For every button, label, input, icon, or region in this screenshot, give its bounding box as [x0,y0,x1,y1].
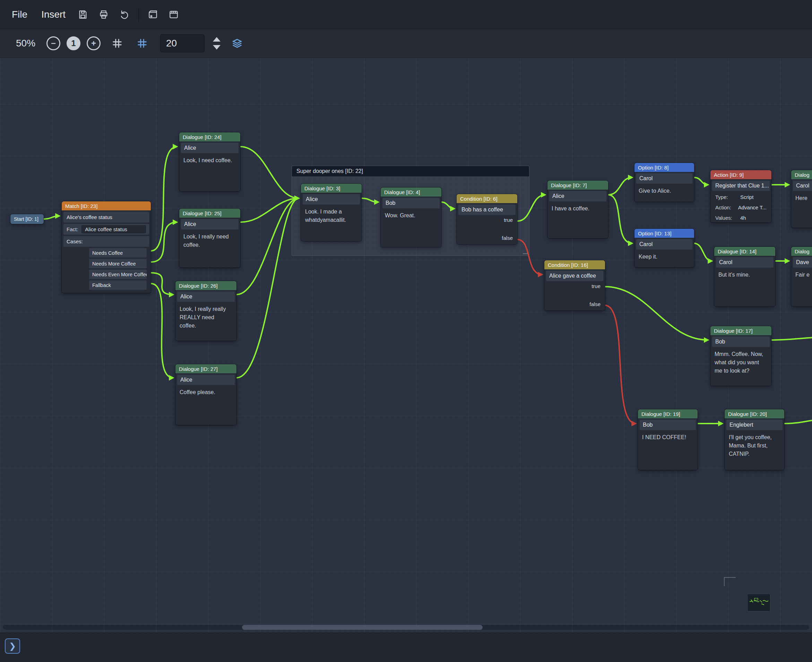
zoom-reset-button[interactable]: 1 [67,36,80,50]
true-output-port[interactable]: true [457,215,517,225]
case-row[interactable]: Needs More Coffee [89,259,147,268]
snap-toggle-button[interactable] [134,35,151,51]
node-header[interactable]: Option [ID: 8] [635,163,694,172]
toolbar-divider [138,7,139,22]
case-row[interactable]: Needs Even More Coffee [89,270,147,279]
node-header[interactable]: Dialogue [ID: 25] [179,209,240,218]
group-title[interactable]: Super dooper ones [ID: 22] [292,166,529,177]
node-match-23[interactable]: Match [ID: 23] Alice's coffee status Fac… [62,201,151,293]
connection-wire [772,337,812,340]
node-header[interactable]: Dialogue [ID: 3] [301,184,362,193]
case-row[interactable]: Fallback [89,280,147,290]
grid-size-input[interactable]: 20 [160,34,204,52]
fact-value[interactable]: Alice coffee status [82,225,146,233]
node-header[interactable]: Dialogue [ID: 4] [381,188,441,196]
node-header[interactable]: Dialogue [ID: 17] [711,326,772,335]
action-label: Action: [715,204,738,210]
match-value: Alice's coffee status [63,212,149,223]
condition-expression: Alice gave a coffee [546,271,603,281]
add-frame-node-button[interactable] [166,6,182,23]
case-row[interactable]: Needs Coffee [89,248,147,257]
node-dialogue-3[interactable]: Dialogue [ID: 3] Alice Look. I made a wh… [301,184,362,241]
connection-wire [608,195,632,243]
node-option-8[interactable]: Option [ID: 8] Carol Give to Alice. [635,163,694,202]
connection-wire [784,419,812,424]
spinner-up-icon[interactable] [213,37,220,42]
values-label: Values: [715,215,740,221]
cases-label: Cases: [63,236,149,247]
node-header[interactable]: Dialogue [ID: 20] [725,409,784,418]
node-header[interactable]: Dialogue [ID: 14] [714,247,775,256]
node-header[interactable]: Condition [ID: 6] [457,194,517,203]
dialogue-text: Look. I made a whatdyamacallit. [301,204,362,227]
dialogue-text: Coffee please. [175,385,236,400]
node-header[interactable]: Option [ID: 13] [635,229,694,238]
node-option-13[interactable]: Option [ID: 13] Carol Keep it. [635,229,694,267]
zoom-level-label: 50% [16,38,35,49]
node-dialogue-27[interactable]: Dialogue [ID: 27] Alice Coffee please. [175,364,236,425]
horizontal-scrollbar-thumb[interactable] [242,625,482,630]
node-action-9[interactable]: Action [ID: 9] Register that Clue 1... T… [711,170,772,223]
graph-canvas[interactable]: Super dooper ones [ID: 22] [0,0,812,633]
false-output-port[interactable]: false [457,233,517,243]
add-dialogue-node-button[interactable] [145,6,161,23]
zoom-in-button[interactable]: + [87,36,101,50]
horizontal-scrollbar[interactable] [3,625,809,630]
node-header[interactable]: Dialog [791,247,812,256]
node-header[interactable]: Action [ID: 9] [711,170,772,179]
print-button[interactable] [95,6,112,23]
node-header[interactable]: Dialogue [ID: 26] [175,281,236,290]
minus-icon: − [51,39,56,48]
grid-toggle-icon [111,37,123,49]
zoom-out-button[interactable]: − [47,36,60,50]
node-dialogue-clipped-top[interactable]: Dialog Carol Here [791,170,812,228]
node-dialogue-19[interactable]: Dialogue [ID: 19] Bob I NEED COFFEE! [638,409,698,470]
node-header[interactable]: Dialogue [ID: 7] [547,181,608,190]
node-condition-16[interactable]: Condition [ID: 16] Alice gave a coffee t… [544,260,605,310]
dialogue-text: Look, I really need coffee. [179,230,240,252]
menu-insert[interactable]: Insert [34,4,72,25]
node-header[interactable]: Dialog [791,170,812,179]
minimap-toggle-button[interactable] [229,35,246,51]
save-icon [77,9,88,20]
node-header[interactable]: Start [ID: 1] [10,214,44,224]
node-header[interactable]: Dialogue [ID: 24] [179,132,240,141]
node-dialogue-20[interactable]: Dialogue [ID: 20] Englebert I'll get you… [725,409,784,470]
node-dialogue-25[interactable]: Dialogue [ID: 25] Alice Look, I really n… [179,209,240,268]
node-dialogue-17[interactable]: Dialogue [ID: 17] Bob Mmm. Coffee. Now, … [711,326,772,386]
dialogue-text: I have a coffee. [547,201,608,216]
spinner-down-icon[interactable] [213,45,220,50]
connection-wire [44,216,59,219]
node-start-1[interactable]: Start [ID: 1] [10,214,44,224]
toggle-panel-button[interactable]: ❯ [5,638,20,654]
node-dialogue-clipped-middle[interactable]: Dialog Dave Fair e [791,247,812,306]
node-dialogue-26[interactable]: Dialogue [ID: 26] Alice Look, I really r… [175,281,236,341]
connection-wire [151,222,177,262]
action-name: Register that Clue 1... [712,181,770,191]
minimap[interactable] [747,594,770,611]
character-row: Bob [712,337,770,347]
connection-wire [605,287,708,340]
menu-bar: File Insert [0,0,812,29]
node-dialogue-7[interactable]: Dialogue [ID: 7] Alice I have a coffee. [547,181,608,238]
grid-toggle-button[interactable] [109,35,125,51]
node-dialogue-4[interactable]: Dialogue [ID: 4] Bob Wow. Great. [381,188,441,247]
node-dialogue-14[interactable]: Dialogue [ID: 14] Carol But it's mine. [714,247,775,306]
node-header[interactable]: Dialogue [ID: 27] [175,364,236,373]
connection-wire [236,198,299,295]
dialogue-text: Look, I need coffee. [179,153,240,168]
node-header[interactable]: Match [ID: 23] [62,201,151,210]
spacer [544,291,605,299]
undo-button[interactable] [116,6,133,23]
menu-file[interactable]: File [5,4,34,25]
true-output-port[interactable]: true [544,281,605,291]
match-fact-row: Fact: Alice coffee status [63,224,149,235]
node-header[interactable]: Condition [ID: 16] [544,260,605,269]
node-header[interactable]: Dialogue [ID: 19] [638,409,698,418]
character-row: Alice [177,291,235,302]
save-button[interactable] [74,6,91,23]
false-output-port[interactable]: false [544,299,605,309]
node-condition-6[interactable]: Condition [ID: 6] Bob has a coffee true … [457,194,517,244]
node-dialogue-24[interactable]: Dialogue [ID: 24] Alice Look, I need cof… [179,132,240,191]
dialogue-text: Mmm. Coffee. Now, what did you want me t… [711,347,772,378]
